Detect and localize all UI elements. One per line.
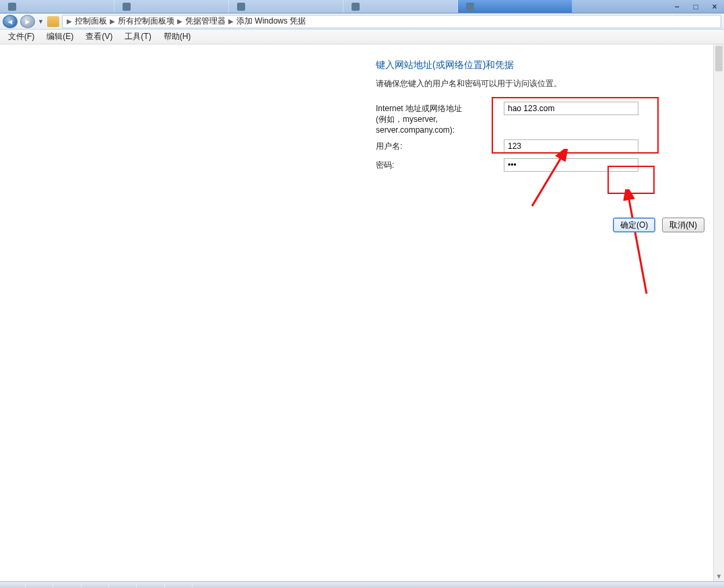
favicon-icon [352, 3, 360, 11]
ok-button[interactable]: 确定(O) [613, 218, 655, 232]
cancel-button[interactable]: 取消(N) [662, 218, 704, 232]
taskbar-item[interactable] [0, 583, 26, 588]
menu-tools[interactable]: 工具(T) [119, 30, 156, 44]
vertical-scrollbar[interactable]: ▲ ▼ [713, 44, 724, 581]
address-label: Internet 地址或网络地址 (例如，myserver, server.co… [376, 102, 504, 135]
menubar: 文件(F) 编辑(E) 查看(V) 工具(T) 帮助(H) [0, 30, 724, 44]
password-input[interactable] [504, 158, 638, 172]
taskbar-item[interactable] [139, 583, 165, 588]
scroll-down-icon[interactable]: ▼ [714, 570, 724, 581]
folder-icon [47, 16, 59, 27]
credential-form: 键入网站地址(或网络位置)和凭据 请确保您键入的用户名和密码可以用于访问该位置。… [376, 59, 699, 173]
menu-help[interactable]: 帮助(H) [158, 30, 197, 44]
menu-view[interactable]: 查看(V) [80, 30, 118, 44]
chevron-right-icon: ▶ [110, 18, 115, 25]
annotation-arrow-icon [616, 189, 657, 297]
page-title: 键入网站地址(或网络位置)和凭据 [376, 59, 699, 71]
username-input[interactable] [504, 139, 638, 153]
address-label-text: Internet 地址或网络地址 [376, 104, 462, 113]
address-hint-text: (例如，myserver, server.company.com): [376, 114, 504, 135]
explorer-nav: ◄ ► ▼ ▶ 控制面板 ▶ 所有控制面板项 ▶ 凭据管理器 ▶ 添加 Wind… [0, 13, 724, 30]
browser-tab-2[interactable] [114, 0, 229, 13]
window-minimize-button[interactable]: − [667, 0, 686, 13]
arrow-left-icon: ◄ [7, 18, 14, 26]
window-maximize-button[interactable]: □ [686, 0, 705, 13]
browser-tab-4[interactable] [343, 0, 458, 13]
browser-tabstrip: − □ × [0, 0, 724, 13]
breadcrumb[interactable]: ▶ 控制面板 ▶ 所有控制面板项 ▶ 凭据管理器 ▶ 添加 Windows 凭据 [62, 15, 721, 28]
address-input[interactable] [504, 102, 638, 115]
button-row: 确定(O) 取消(N) [613, 218, 704, 232]
svg-line-1 [628, 196, 647, 294]
favicon-icon [8, 3, 16, 11]
breadcrumb-control-panel[interactable]: 控制面板 [75, 15, 107, 27]
page-subtitle: 请确保您键入的用户名和密码可以用于访问该位置。 [376, 78, 699, 90]
taskbar [0, 581, 724, 588]
nav-forward-button[interactable]: ► [20, 15, 35, 28]
chevron-right-icon: ▶ [177, 18, 183, 25]
window-close-button[interactable]: × [705, 0, 724, 13]
username-label: 用户名: [376, 139, 504, 152]
content-area: 键入网站地址(或网络位置)和凭据 请确保您键入的用户名和密码可以用于访问该位置。… [0, 44, 724, 581]
menu-file[interactable]: 文件(F) [3, 30, 40, 44]
favicon-icon [466, 3, 474, 11]
favicon-icon [237, 3, 245, 11]
taskbar-item[interactable] [111, 583, 137, 588]
chevron-right-icon: ▶ [67, 18, 72, 25]
nav-history-dropdown[interactable]: ▼ [38, 18, 44, 25]
taskbar-item[interactable] [56, 583, 81, 588]
chevron-right-icon: ▶ [228, 18, 234, 25]
menu-edit[interactable]: 编辑(E) [41, 30, 79, 44]
favicon-icon [123, 3, 131, 11]
nav-back-button[interactable]: ◄ [3, 15, 18, 28]
browser-tab-3[interactable] [229, 0, 343, 13]
scrollbar-thumb[interactable] [715, 46, 723, 71]
taskbar-item[interactable] [28, 583, 53, 588]
password-label: 密码: [376, 158, 504, 170]
browser-tab-5[interactable] [458, 0, 572, 13]
breadcrumb-add-windows-credential[interactable]: 添加 Windows 凭据 [236, 15, 306, 27]
taskbar-item[interactable] [84, 583, 109, 588]
arrow-right-icon: ► [24, 18, 32, 26]
taskbar-item[interactable] [167, 583, 193, 588]
breadcrumb-credential-manager[interactable]: 凭据管理器 [185, 15, 226, 27]
breadcrumb-all-items[interactable]: 所有控制面板项 [118, 15, 174, 27]
browser-tab-1[interactable] [0, 0, 114, 13]
